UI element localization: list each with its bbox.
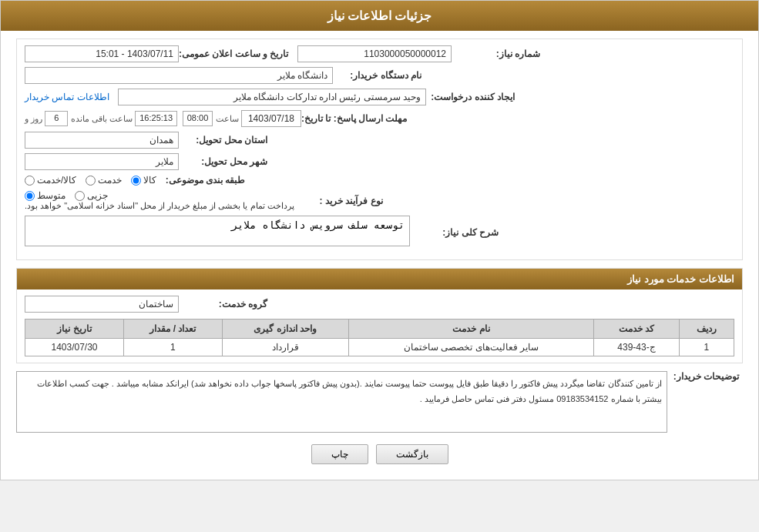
col-quantity-header: تعداد / مقدار (123, 320, 222, 339)
page-container: جزئیات اطلاعات نیاز شماره نیاز: 11030000… (0, 0, 759, 480)
announcement-value: 1403/07/11 - 15:01 (25, 45, 179, 62)
deadline-row: مهلت ارسال پاسخ: تا تاریخ: 1403/07/18 سا… (25, 110, 734, 127)
back-button[interactable]: بازگشت (376, 444, 448, 464)
category-khedmat: خدمت (86, 175, 122, 186)
services-section-header: اطلاعات خدمات مورد نیاز (17, 269, 742, 289)
service-group-value: ساختمان (25, 296, 179, 313)
city-label: شهر محل تحویل: (179, 156, 271, 167)
category-radio-group: کالا/خدمت خدمت کالا (25, 175, 156, 186)
purchase-type-row: نوع فرآیند خرید : متوسط جزیی (25, 190, 734, 211)
need-number-value: 1103000050000012 (297, 45, 452, 62)
city-value: ملایر (25, 153, 179, 170)
col-row-header: ردیف (679, 320, 734, 339)
col-date-header: تاریخ نیاز (25, 320, 124, 339)
category-kala-radio[interactable] (131, 176, 141, 186)
announcement-label: تاریخ و ساعت اعلان عمومی: (179, 49, 292, 59)
buyer-name-row: نام دستگاه خریدار: دانشگاه ملایر (25, 67, 734, 84)
province-row: استان محل تحویل: همدان (25, 132, 734, 149)
purchase-type-mottavasset-radio[interactable] (25, 191, 35, 201)
category-khedmat-radio[interactable] (86, 176, 96, 186)
purchase-type-mottavasset-label: متوسط (37, 190, 65, 201)
purchase-type-label: نوع فرآیند خرید : (294, 196, 387, 206)
remaining-time-label: ساعت باقی مانده (71, 114, 133, 124)
creator-value: وحید سرمستی رئیس اداره تدارکات دانشگاه م… (118, 89, 426, 105)
deadline-time-label: ساعت (216, 114, 239, 124)
category-khedmat-label: خدمت (98, 175, 122, 186)
service-group-row: گروه خدمت: ساختمان (25, 296, 734, 313)
category-kala-khedmat: کالا/خدمت (25, 175, 76, 186)
col-unit-header: واحد اندازه گیری (222, 320, 348, 339)
province-value: همدان (25, 132, 179, 149)
print-button[interactable]: چاپ (311, 444, 368, 464)
services-table: ردیف کد خدمت نام خدمت واحد اندازه گیری ت… (25, 319, 734, 356)
category-kala-label: کالا (143, 175, 156, 186)
remaining-days: 6 (45, 111, 68, 126)
deadline-date: 1403/07/18 (241, 110, 301, 127)
buyer-description-row: توضیحات خریدار: از تامین کنندگان تقاضا م… (16, 371, 743, 433)
purchase-type-radio-group: متوسط جزیی (25, 190, 108, 201)
buyer-description-label: توضیحات خریدار: (673, 371, 743, 382)
buttons-row: بازگشت چاپ (16, 444, 743, 464)
services-section: اطلاعات خدمات مورد نیاز گروه خدمت: ساختم… (16, 268, 743, 363)
remaining-clock: 16:25:13 (135, 111, 177, 126)
table-header-row: ردیف کد خدمت نام خدمت واحد اندازه گیری ت… (25, 320, 734, 339)
category-row: طبقه بندی موضوعی: کالا/خدمت خدمت کالا (25, 175, 734, 186)
col-code-header: کد خدمت (594, 320, 679, 339)
deadline-label: مهلت ارسال پاسخ: تا تاریخ: (301, 113, 411, 124)
contact-link[interactable]: اطلاعات تماس خریدار (25, 92, 109, 102)
general-desc-label: شرح کلی نیاز: (410, 227, 502, 238)
city-row: شهر محل تحویل: ملایر (25, 153, 734, 170)
buyer-description-box: از تامین کنندگان تقاضا میگردد پیش فاکتور… (16, 371, 667, 433)
category-kala-khedmat-radio[interactable] (25, 176, 35, 186)
province-label: استان محل تحویل: (179, 135, 271, 146)
purchase-type-mottavasset: متوسط (25, 190, 65, 201)
top-info-section: شماره نیاز: 1103000050000012 تاریخ و ساع… (16, 38, 743, 260)
deadline-time: 08:00 (183, 111, 213, 126)
remaining-label: روز و (25, 114, 42, 124)
table-row: 1ج-43-439سایر فعالیت‌های تخصصی ساختمانقر… (25, 339, 734, 356)
purchase-type-jozi: جزیی (75, 190, 108, 201)
category-kala-khedmat-label: کالا/خدمت (37, 175, 76, 186)
col-name-header: نام خدمت (348, 320, 594, 339)
category-label: طبقه بندی موضوعی: (156, 175, 249, 186)
page-title: جزئیات اطلاعات نیاز (1, 1, 758, 31)
purchase-type-note: پرداخت تمام یا بخشی از مبلغ خریدار از مح… (25, 201, 294, 211)
general-desc-textarea[interactable] (25, 216, 410, 246)
purchase-type-jozi-label: جزیی (87, 190, 108, 201)
buyer-name-label: نام دستگاه خریدار: (333, 70, 425, 81)
buyer-name-value: دانشگاه ملایر (25, 67, 333, 84)
service-group-label: گروه خدمت: (179, 299, 271, 309)
creator-row: ایجاد کننده درخواست: وحید سرمستی رئیس اد… (25, 89, 734, 105)
creator-label: ایجاد کننده درخواست: (426, 92, 519, 102)
need-number-label: شماره نیاز: (452, 49, 544, 59)
category-kala: کالا (131, 175, 156, 186)
purchase-type-jozi-radio[interactable] (75, 191, 85, 201)
general-desc-row: شرح کلی نیاز: (25, 216, 734, 249)
need-number-row: شماره نیاز: 1103000050000012 تاریخ و ساع… (25, 45, 734, 62)
